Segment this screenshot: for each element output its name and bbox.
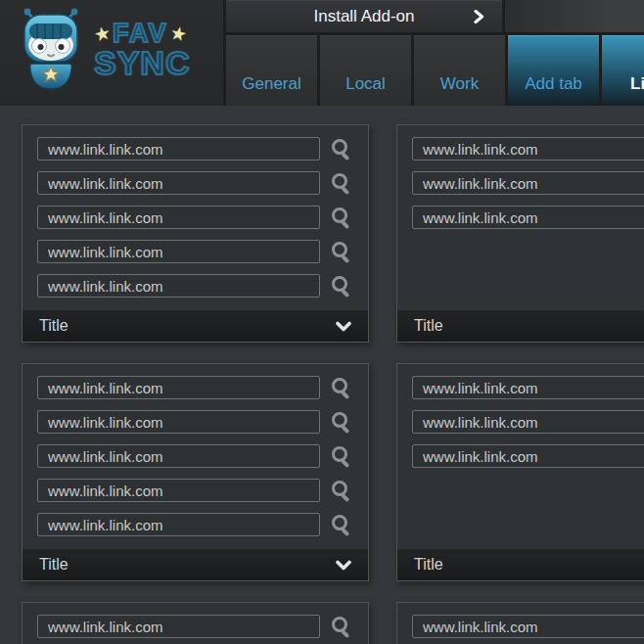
panel-title-bar[interactable]: Title <box>397 310 644 342</box>
bookmark-panel: Title <box>396 124 644 343</box>
link-row <box>37 274 368 298</box>
star-icon: ★ <box>168 23 189 45</box>
search-icon[interactable] <box>330 207 352 229</box>
link-url-input[interactable] <box>37 444 320 468</box>
link-row <box>37 240 368 263</box>
tab-label: General <box>242 74 300 94</box>
tab-label: Work <box>440 74 479 94</box>
link-url-input[interactable] <box>37 376 320 399</box>
tab-link[interactable]: Link <box>602 35 644 106</box>
link-row <box>412 410 644 434</box>
search-icon[interactable] <box>330 411 352 434</box>
panel-title: Title <box>414 556 443 574</box>
link-row <box>412 206 644 229</box>
panel-title: Title <box>39 317 69 335</box>
tab-general[interactable]: General <box>226 35 317 106</box>
tab-local[interactable]: Local <box>320 35 411 106</box>
link-row <box>412 137 644 161</box>
link-row <box>37 479 368 502</box>
chevron-down-icon[interactable] <box>336 321 351 332</box>
link-url-input[interactable] <box>37 479 320 502</box>
link-row <box>37 376 368 399</box>
favsync-logo: ★ FAV ★ SYNC <box>0 0 223 106</box>
search-icon[interactable] <box>330 275 352 298</box>
link-url-input[interactable] <box>37 206 320 229</box>
link-list <box>23 603 368 644</box>
bookmark-grid: Title <box>0 106 644 644</box>
brand-wordmark: ★ FAV ★ SYNC <box>94 21 190 78</box>
link-list <box>23 125 368 298</box>
tab-label: Add tab <box>525 74 582 94</box>
bookmark-panel: Title <box>22 124 369 343</box>
tab-work[interactable]: Work <box>414 35 505 106</box>
link-list <box>397 125 644 229</box>
search-icon[interactable] <box>330 377 352 399</box>
bookmark-panel: Title <box>396 602 644 644</box>
link-row <box>37 137 368 161</box>
link-url-input[interactable] <box>412 376 644 399</box>
search-icon[interactable] <box>330 138 352 161</box>
link-row <box>37 171 368 195</box>
link-url-input[interactable] <box>37 171 320 195</box>
search-icon[interactable] <box>330 241 352 263</box>
left-column: Title <box>22 124 369 644</box>
link-row <box>37 615 368 638</box>
search-icon[interactable] <box>330 480 352 502</box>
panel-title: Title <box>414 317 443 335</box>
install-addon-label: Install Add-on <box>313 7 414 25</box>
panel-title-bar[interactable]: Title <box>397 549 644 580</box>
link-row <box>37 206 368 229</box>
tab-label: Local <box>345 74 386 94</box>
right-column: Title <box>396 124 644 644</box>
link-row <box>412 444 644 468</box>
install-addon-button[interactable]: Install Add-on <box>226 0 502 32</box>
link-row <box>412 615 644 638</box>
star-icon: ★ <box>92 23 113 45</box>
link-url-input[interactable] <box>37 615 320 638</box>
link-url-input[interactable] <box>412 171 644 195</box>
search-icon[interactable] <box>330 445 352 468</box>
link-list <box>23 364 368 536</box>
panel-title-bar[interactable]: Title <box>23 310 368 342</box>
link-row <box>37 513 368 536</box>
brand-sync-text: SYNC <box>94 47 190 78</box>
bookmark-panel: Title <box>22 602 369 644</box>
bookmark-panel: Title <box>22 363 369 581</box>
panel-title: Title <box>39 556 69 574</box>
robot-mascot-icon <box>20 8 82 98</box>
tab-label: Link <box>630 74 644 94</box>
link-url-input[interactable] <box>37 410 320 434</box>
link-row <box>412 171 644 195</box>
link-url-input[interactable] <box>412 137 644 161</box>
link-url-input[interactable] <box>412 615 644 638</box>
search-icon[interactable] <box>330 514 352 536</box>
search-icon[interactable] <box>330 172 352 195</box>
link-url-input[interactable] <box>37 513 320 536</box>
search-icon[interactable] <box>330 616 352 638</box>
link-row <box>37 444 368 468</box>
link-url-input[interactable] <box>412 444 644 468</box>
link-row <box>37 410 368 434</box>
link-url-input[interactable] <box>37 274 320 298</box>
brand-fav-text: FAV <box>111 21 170 47</box>
bookmark-panel: Title <box>396 363 644 581</box>
link-url-input[interactable] <box>412 206 644 229</box>
link-row <box>412 376 644 399</box>
tab-bar: General Local Work Add tab Link <box>226 35 644 106</box>
header-spacer <box>505 0 644 32</box>
link-url-input[interactable] <box>37 137 320 161</box>
link-list <box>397 603 644 644</box>
panel-title-bar[interactable]: Title <box>23 549 368 580</box>
header: ★ FAV ★ SYNC Install Add-on General Loca… <box>0 0 644 106</box>
chevron-down-icon[interactable] <box>336 560 351 571</box>
link-list <box>397 364 644 468</box>
link-url-input[interactable] <box>412 410 644 434</box>
chevron-right-icon <box>474 10 484 23</box>
link-url-input[interactable] <box>37 240 320 263</box>
tab-add-tab[interactable]: Add tab <box>508 35 599 106</box>
